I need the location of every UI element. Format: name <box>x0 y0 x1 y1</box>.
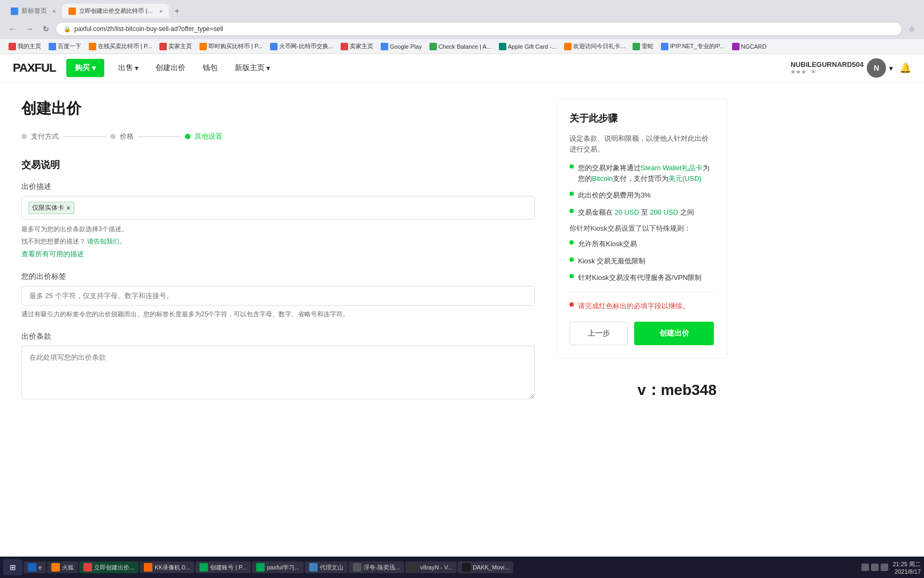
tag-remove-button[interactable]: × <box>66 204 71 212</box>
nav-sell[interactable]: 出售 ▾ <box>115 59 142 77</box>
bookmark-baidu[interactable]: 百度一下 <box>45 41 84 51</box>
bookmark-label-seller1: 卖家主页 <box>168 42 192 50</box>
back-step-button[interactable]: 上一步 <box>569 322 628 345</box>
address-bar[interactable]: 🔒 paxful.com/zh/list-bitcoin-buy-sell-ad… <box>56 22 902 36</box>
eye-icon: 👁 <box>811 69 817 75</box>
bookmark-label-seller2: 卖家主页 <box>350 42 373 50</box>
taskbar-time: 21:25 周二 <box>892 560 921 563</box>
right-panel: 关于此步骤 设定条款、说明和限额，以便他人针对此出价进行交易。 您的交易对象将通… <box>556 98 727 401</box>
tag-input[interactable] <box>21 286 535 306</box>
browser-chrome: 新标签页 × 立即创建出价交易比特币 | Paxf... × + ← → ↻ 🔒… <box>0 0 924 54</box>
bullet-range <box>569 209 574 213</box>
tag-item: 仅限实体卡 × <box>28 202 74 214</box>
bookmark-icon-razer <box>633 43 640 50</box>
max-usd-link[interactable]: 200 USD <box>648 208 680 216</box>
page-title: 创建出价 <box>21 98 535 119</box>
step-line-2 <box>138 136 181 137</box>
step-price: 价格 <box>110 132 134 141</box>
buy-chevron-icon: ▾ <box>92 64 96 72</box>
buy-button[interactable]: 购买 ▾ <box>66 59 104 77</box>
bookmark-icon-google-play <box>381 43 388 50</box>
bookmark-seller2[interactable]: 卖家主页 <box>337 41 376 51</box>
taskbar-music[interactable]: 浮夸-陈奕迅... <box>349 561 404 562</box>
info-item-range: 交易金额在 20 USD 至 200 USD 之间 <box>569 207 714 218</box>
taskbar-movie[interactable]: DAKK_Movi... <box>458 561 513 562</box>
step-label-price: 价格 <box>120 132 134 141</box>
bullet-kiosk-allow <box>569 240 574 245</box>
bookmark-apple-gift[interactable]: Apple Gift Card -... <box>496 42 560 51</box>
helper-not-found: 找不到您想要的描述？ 请告知我们。 <box>21 237 535 246</box>
bookmark-google-play[interactable]: Google Play <box>378 42 425 51</box>
taskbar-right: 21:25 周二 2021/8/17 <box>861 560 921 563</box>
taskbar-ie[interactable]: e <box>24 561 46 562</box>
bookmark-gift-card[interactable]: 欢迎访问今日礼卡... <box>561 41 628 51</box>
address-text: paxful.com/zh/list-bitcoin-buy-sell-ad?o… <box>74 25 894 33</box>
taskbar-firefox[interactable]: 火狐 <box>47 561 78 562</box>
watermark: v：meb348 <box>556 380 727 400</box>
bookmark-icon-ngcard <box>732 43 740 50</box>
view-all-link[interactable]: 查看所有可用的描述 <box>21 249 535 259</box>
bookmark-buy-btc2[interactable]: 即时购买比特币 | P... <box>196 41 266 51</box>
bookmark-ipip[interactable]: IPIP.NET_专业的IP... <box>658 41 728 51</box>
field-offer-terms-label: 出价条款 <box>21 332 535 341</box>
helper-max-tags: 最多可为您的出价条款选择3个描述。 <box>21 225 535 234</box>
taskbar-clock: 21:25 周二 2021/8/17 <box>892 560 921 563</box>
info-item-payment: 您的交易对象将通过Steam Wallet礼品卡为您的Bitcoin支付，支付货… <box>569 163 714 184</box>
bookmark-home[interactable]: 我的主页 <box>5 41 44 51</box>
bookmark-label-razer: 雷蛇 <box>642 42 653 50</box>
bookmark-icon-gift-card <box>564 43 572 50</box>
taskbar-learn[interactable]: paxful学习... <box>252 561 304 562</box>
lock-icon: 🔒 <box>64 26 71 33</box>
user-section[interactable]: NUBILEGURNARD504 ★★★ 👁 N ▾ <box>790 58 893 78</box>
back-button[interactable]: ← <box>5 22 19 35</box>
nav-home[interactable]: 新版主页 ▾ <box>232 59 273 77</box>
notification-bell-icon[interactable]: 🔔 <box>899 62 911 74</box>
bookmark-button[interactable]: ☆ <box>905 22 919 35</box>
bookmark-buy-btc[interactable]: 在线买卖比特币 | P... <box>86 41 155 51</box>
tab-active[interactable]: 立即创建出价交易比特币 | Paxf... × <box>62 4 169 18</box>
bookmark-icon-seller2 <box>341 43 348 50</box>
step-dot-settings <box>185 134 190 139</box>
create-offer-button[interactable]: 创建出价 <box>634 322 714 345</box>
tell-us-link[interactable]: 请告知我们。 <box>87 238 126 245</box>
steam-wallet-link[interactable]: Steam Wallet礼品卡 <box>641 164 703 172</box>
bookmark-seller1[interactable]: 卖家主页 <box>156 41 195 51</box>
bookmark-label-buy-btc: 在线买卖比特币 | P... <box>98 42 152 50</box>
tab-close-active[interactable]: × <box>159 8 163 14</box>
terms-textarea[interactable] <box>21 346 535 399</box>
taskbar-proxy[interactable]: 代理文山 <box>305 561 348 562</box>
taskbar-kkrecorder[interactable]: KK录像机 0... <box>140 561 194 562</box>
min-usd-link[interactable]: 20 USD <box>613 208 641 216</box>
taskbar-paxful[interactable]: 立即创建出价... <box>79 561 138 562</box>
tag-input-container[interactable]: 仅限实体卡 × <box>21 196 535 219</box>
refresh-button[interactable]: ↻ <box>40 22 52 35</box>
nav-wallet[interactable]: 钱包 <box>199 59 221 77</box>
left-panel: 创建出价 支付方式 价格 其他设置 交易说明 <box>21 98 535 401</box>
taskbar-v2ray[interactable]: v8rayN - V... <box>405 561 457 562</box>
bookmark-label-ngcard: NGCARD <box>741 43 767 50</box>
bookmark-label-google-play: Google Play <box>390 43 422 50</box>
user-stars: ★★★ 👁 <box>790 69 864 75</box>
tab-close-inactive[interactable]: × <box>52 8 56 14</box>
tab-inactive[interactable]: 新标签页 × <box>4 3 62 19</box>
main-content: 创建出价 支付方式 价格 其他设置 交易说明 <box>0 82 749 417</box>
tab-inactive-label: 新标签页 <box>21 6 47 16</box>
usd-link[interactable]: 美元(USD) <box>668 174 702 182</box>
taskbar: ⊞ e 火狐 立即创建出价... KK录像机 0... 创建账号 | P... … <box>0 557 924 562</box>
nav-create[interactable]: 创建出价 <box>152 59 189 77</box>
new-tab-button[interactable]: + <box>171 5 182 17</box>
tab-bar: 新标签页 × 立即创建出价交易比特币 | Paxf... × + <box>0 0 924 19</box>
info-text-required: 请完成红色标出的必填字段以继续。 <box>578 301 689 311</box>
taskbar-start-button[interactable]: ⊞ <box>3 559 22 562</box>
tag-label: 仅限实体卡 <box>32 203 64 212</box>
bookmark-icon-buy-btc <box>89 43 96 50</box>
bookmark-huobi[interactable]: 火币网-比特币交换... <box>267 41 336 51</box>
forward-button[interactable]: → <box>22 22 36 35</box>
bullet-payment <box>569 164 574 169</box>
bookmark-razer[interactable]: 雷蛇 <box>629 41 657 51</box>
bookmark-check-balance[interactable]: Check Balance | A... <box>426 42 495 51</box>
bitcoin-link[interactable]: Bitcoin <box>592 174 613 182</box>
bookmark-ngcard[interactable]: NGCARD <box>729 42 770 51</box>
bookmark-label-ipip: IPIP.NET_专业的IP... <box>670 42 725 50</box>
taskbar-account[interactable]: 创建账号 | P... <box>195 561 251 562</box>
